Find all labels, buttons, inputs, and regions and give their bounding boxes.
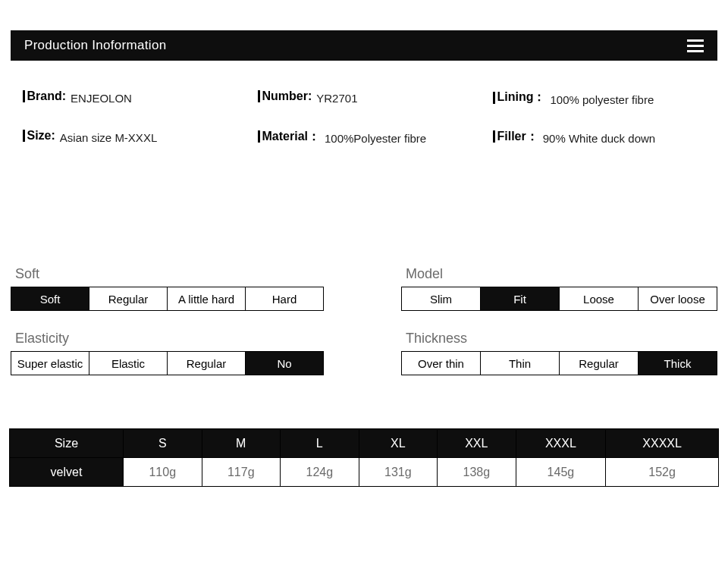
size-th-1: S [124, 429, 202, 458]
info-number-value: YR2701 [316, 92, 357, 105]
size-table: Size S M L XL XXL XXXL XXXXL velvet 110g… [9, 428, 719, 487]
seg-elasticity-1[interactable]: Elastic [89, 351, 168, 375]
prop-elasticity: Elasticity Super elastic Elastic Regular… [11, 331, 324, 375]
seg-thickness-0[interactable]: Over thin [401, 351, 481, 375]
seg-model-0[interactable]: Slim [401, 287, 481, 311]
info-filler-value: 90% White duck down [543, 132, 655, 145]
info-brand-value: ENJEOLON [71, 92, 132, 105]
info-grid: Brand: ENJEOLON Number: YR2701 Lining： 1… [23, 89, 728, 145]
seg-model-1[interactable]: Fit [480, 287, 560, 311]
prop-model-seg: Slim Fit Loose Over loose [401, 287, 717, 311]
prop-elasticity-seg: Super elastic Elastic Regular No [11, 351, 324, 375]
seg-soft-1[interactable]: Regular [89, 287, 168, 311]
prop-model: Model Slim Fit Loose Over loose [401, 266, 717, 311]
info-filler: Filler： 90% White duck down [493, 129, 728, 146]
header-title: Production Inoformation [24, 38, 166, 53]
menu-icon[interactable] [687, 39, 704, 52]
info-brand: Brand: ENJEOLON [23, 89, 258, 106]
seg-model-2[interactable]: Loose [559, 287, 639, 311]
info-filler-label: Filler： [493, 129, 538, 145]
size-table-wrap: Size S M L XL XXL XXXL XXXXL velvet 110g… [9, 428, 719, 487]
seg-thickness-1[interactable]: Thin [480, 351, 560, 375]
size-table-row: velvet 110g 117g 124g 131g 138g 145g 152… [10, 458, 719, 487]
header-bar: Production Inoformation [11, 30, 717, 61]
prop-thickness: Thickness Over thin Thin Regular Thick [401, 331, 717, 375]
seg-elasticity-0[interactable]: Super elastic [11, 351, 89, 375]
properties-row-2: Elasticity Super elastic Elastic Regular… [0, 331, 728, 375]
prop-thickness-seg: Over thin Thin Regular Thick [401, 351, 717, 375]
size-cell-0: 110g [124, 458, 202, 487]
prop-soft-seg: Soft Regular A little hard Hard [11, 287, 324, 311]
size-cell-3: 131g [359, 458, 438, 487]
size-th-0: Size [10, 429, 124, 458]
size-th-4: XL [359, 429, 438, 458]
info-lining: Lining： 100% polyester fibre [493, 89, 728, 106]
prop-thickness-label: Thickness [401, 331, 717, 347]
info-brand-label: Brand: [23, 89, 66, 103]
seg-thickness-3[interactable]: Thick [638, 351, 717, 375]
prop-soft: Soft Soft Regular A little hard Hard [11, 266, 324, 311]
size-th-2: M [202, 429, 281, 458]
seg-thickness-2[interactable]: Regular [559, 351, 639, 375]
seg-elasticity-3[interactable]: No [245, 351, 324, 375]
info-material-value: 100%Polyester fibre [325, 132, 426, 145]
info-number-label: Number: [258, 89, 312, 103]
info-size: Size: Asian size M-XXXL [23, 129, 258, 146]
seg-soft-0[interactable]: Soft [11, 287, 89, 311]
size-th-3: L [281, 429, 359, 458]
info-material: Material： 100%Polyester fibre [258, 129, 493, 146]
size-row-label: velvet [10, 458, 124, 487]
size-th-6: XXXL [516, 429, 606, 458]
info-number: Number: YR2701 [258, 89, 493, 106]
size-cell-4: 138g [438, 458, 516, 487]
properties-row-1: Soft Soft Regular A little hard Hard Mod… [0, 266, 728, 311]
size-cell-5: 145g [516, 458, 606, 487]
size-th-5: XXL [438, 429, 516, 458]
seg-soft-3[interactable]: Hard [245, 287, 324, 311]
info-lining-value: 100% polyester fibre [550, 93, 654, 106]
seg-model-3[interactable]: Over loose [638, 287, 717, 311]
size-table-header-row: Size S M L XL XXL XXXL XXXXL [10, 429, 719, 458]
info-size-label: Size: [23, 129, 55, 143]
prop-elasticity-label: Elasticity [11, 331, 324, 347]
info-lining-label: Lining： [493, 89, 545, 105]
size-th-7: XXXXL [606, 429, 719, 458]
info-size-value: Asian size M-XXXL [60, 131, 157, 144]
prop-soft-label: Soft [11, 266, 324, 282]
info-material-label: Material： [258, 129, 320, 145]
prop-model-label: Model [401, 266, 717, 282]
seg-elasticity-2[interactable]: Regular [167, 351, 246, 375]
size-cell-1: 117g [202, 458, 281, 487]
seg-soft-2[interactable]: A little hard [167, 287, 246, 311]
size-cell-6: 152g [606, 458, 719, 487]
size-cell-2: 124g [281, 458, 359, 487]
